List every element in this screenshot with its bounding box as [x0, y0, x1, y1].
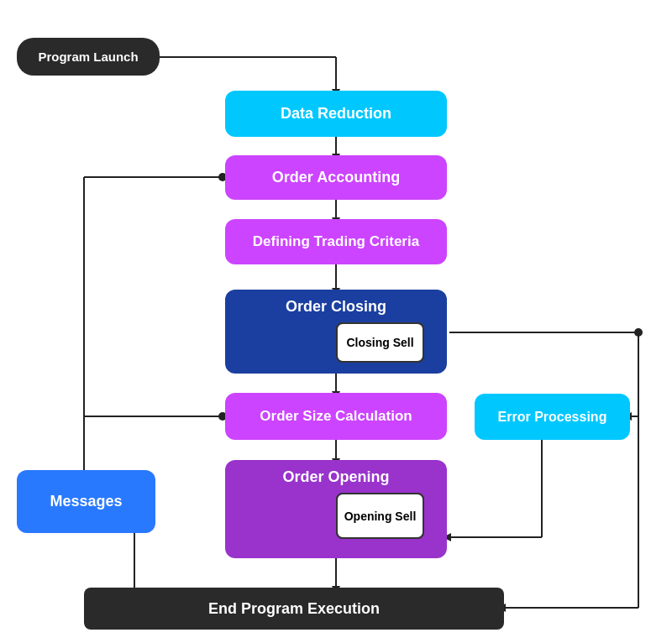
order-opening-node: Order Opening Opening Buy Opening Sell [225, 460, 447, 558]
order-accounting-label: Order Accounting [272, 169, 400, 186]
end-program-node: End Program Execution [84, 588, 504, 630]
opening-sell-node: Opening Sell [336, 493, 424, 539]
diagram-container: Program Launch Data Reduction Order Acco… [0, 0, 672, 643]
order-closing-label: Order Closing [286, 298, 386, 316]
program-launch-label: Program Launch [38, 50, 138, 64]
program-launch-node: Program Launch [17, 38, 160, 76]
order-size-node: Order Size Calculation [225, 393, 447, 440]
order-accounting-node: Order Accounting [225, 155, 447, 200]
order-opening-label: Order Opening [282, 468, 389, 486]
defining-trading-label: Defining Trading Criteria [253, 233, 419, 250]
data-reduction-node: Data Reduction [225, 91, 447, 137]
data-reduction-label: Data Reduction [281, 105, 391, 123]
closing-sell-label: Closing Sell [346, 336, 413, 349]
defining-trading-node: Defining Trading Criteria [225, 219, 447, 264]
error-processing-node: Error Processing [475, 394, 630, 440]
svg-point-35 [634, 328, 643, 337]
closing-sell-node: Closing Sell [336, 322, 424, 363]
error-processing-label: Error Processing [498, 410, 607, 425]
opening-sell-label: Opening Sell [344, 510, 417, 523]
order-closing-node: Order Closing Closing Buy Closing Sell [225, 290, 447, 374]
end-program-label: End Program Execution [208, 600, 380, 618]
messages-node: Messages [17, 470, 155, 533]
messages-label: Messages [50, 493, 122, 510]
order-size-label: Order Size Calculation [260, 408, 412, 425]
